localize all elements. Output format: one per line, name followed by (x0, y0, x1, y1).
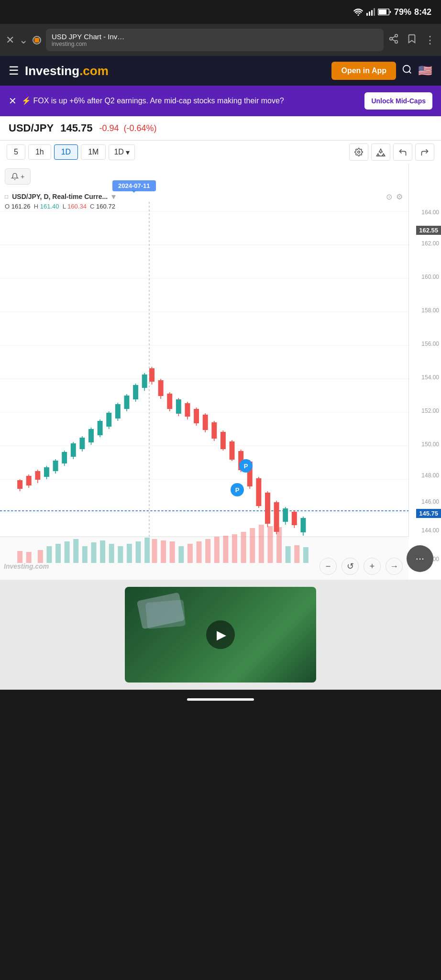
chart-info: □ USD/JPY, D, Real-time Curre... ▾ ⊙ ⚙ O… (5, 191, 403, 210)
svg-rect-60 (142, 374, 147, 388)
ohlc-open: 161.26 (11, 203, 31, 210)
svg-rect-0 (366, 13, 368, 16)
scale-164: 164.00 (421, 209, 439, 216)
search-icon[interactable] (402, 64, 412, 77)
svg-point-8 (395, 40, 398, 43)
scale-158: 158.00 (421, 307, 439, 314)
redo-icon-btn[interactable] (415, 143, 434, 161)
tab-info: USD JPY Chart - Inv… investing.com (52, 33, 378, 47)
banner-close-btn[interactable]: ✕ (9, 95, 17, 107)
signal-icon (366, 8, 375, 16)
svg-rect-88 (265, 493, 270, 524)
svg-rect-50 (98, 421, 103, 435)
scale-152: 152.00 (421, 407, 439, 414)
svg-rect-52 (106, 413, 111, 427)
chart-tooltip: 2024-07-11 (112, 180, 156, 191)
svg-rect-46 (79, 438, 85, 449)
svg-rect-2 (371, 10, 373, 16)
card-decoration-2 (145, 600, 186, 629)
bookmark-btn[interactable] (407, 33, 417, 47)
svg-line-10 (392, 36, 395, 38)
svg-rect-40 (53, 461, 58, 471)
ohlc-low: 160.34 (67, 203, 87, 210)
change-percent: (-0.64%) (124, 123, 157, 133)
svg-rect-62 (149, 368, 154, 382)
change-amount: -0.94 (99, 123, 119, 133)
svg-rect-70 (185, 403, 190, 417)
fab-button[interactable]: ··· (407, 545, 433, 572)
browser-tabs-btn[interactable]: ⌄ (19, 34, 28, 46)
reset-btn[interactable]: ↺ (342, 558, 359, 575)
unlock-button[interactable]: Unlock Mid-Caps (364, 92, 432, 110)
svg-rect-34 (26, 476, 32, 485)
svg-rect-86 (256, 478, 261, 506)
logo-text: Investing (25, 64, 79, 78)
chart-symbol: USD/JPY, D, Real-time Curre... (12, 193, 108, 200)
svg-rect-36 (35, 471, 40, 480)
svg-line-12 (409, 71, 411, 73)
pivot-p2[interactable]: P (231, 483, 244, 496)
current-price: 145.75 (60, 122, 92, 134)
address-bar[interactable]: USD JPY Chart - Inv… investing.com (46, 29, 384, 51)
browser-close-btn[interactable]: ✕ (6, 34, 14, 46)
pivot-p1[interactable]: P (239, 459, 253, 473)
svg-rect-68 (176, 399, 181, 414)
tab-url: investing.com (52, 41, 378, 47)
svg-rect-56 (124, 396, 129, 409)
svg-rect-3 (374, 8, 375, 16)
scale-146: 146.00 (421, 498, 439, 505)
open-app-button[interactable]: Open in App (331, 62, 396, 80)
svg-rect-38 (44, 467, 49, 477)
forward-btn[interactable]: → (386, 558, 403, 575)
bottom-nav-bar (0, 690, 441, 709)
svg-rect-92 (283, 508, 288, 522)
more-btn[interactable]: ⋮ (425, 34, 435, 46)
site-header: ☰ Investing.com Open in App 🇺🇸 (0, 56, 441, 86)
language-flag[interactable]: 🇺🇸 (418, 64, 432, 77)
chart-snapshot-icon[interactable]: ⊙ (386, 192, 392, 201)
timeframe-1d[interactable]: 1D (54, 144, 78, 160)
svg-rect-44 (71, 443, 76, 457)
timeframe-1m[interactable]: 1M (81, 144, 106, 160)
svg-rect-64 (158, 380, 164, 396)
video-play-button[interactable]: ▶ (206, 620, 235, 649)
scale-162: 162.00 (421, 240, 439, 247)
timeframe-5[interactable]: 5 (7, 144, 25, 160)
zoom-out-btn[interactable]: − (320, 558, 337, 575)
tooltip-date: 2024-07-11 (118, 182, 150, 189)
banner-text: ⚡ FOX is up +6% after Q2 earnings. Are m… (22, 96, 360, 106)
video-preview-section: ▶ (0, 580, 441, 690)
home-indicator (187, 698, 254, 701)
currency-pair: USD/JPY (9, 122, 54, 134)
tab-title: USD JPY Chart - Inv… (52, 33, 378, 41)
zoom-in-btn[interactable]: + (364, 558, 381, 575)
svg-rect-58 (133, 385, 138, 399)
timeframe-dropdown[interactable]: 1D ▾ (109, 144, 134, 160)
video-thumbnail: ▶ (125, 587, 316, 683)
candlestick-chart (0, 164, 408, 580)
undo-icon-btn[interactable] (393, 143, 412, 161)
ohlc-high: 161.40 (40, 203, 59, 210)
battery-percent: 79% (394, 7, 411, 17)
scale-icon-btn[interactable] (371, 143, 390, 161)
price-header: USD/JPY 145.75 -0.94 (-0.64%) (0, 116, 441, 140)
share-btn[interactable] (388, 33, 399, 47)
svg-rect-54 (115, 404, 121, 418)
hamburger-menu[interactable]: ☰ (9, 64, 19, 77)
scale-154: 154.00 (421, 374, 439, 381)
chart-settings-icon[interactable]: ⚙ (396, 192, 403, 201)
banner-message: FOX is up +6% after Q2 earnings. Are mid… (33, 97, 284, 105)
svg-rect-78 (220, 432, 226, 449)
minimize-icon[interactable]: □ (5, 193, 8, 200)
current-price-label: 145.75 (416, 509, 441, 518)
svg-rect-96 (300, 518, 306, 532)
chart-area[interactable]: + (0, 164, 441, 580)
timeframe-1h[interactable]: 1h (28, 144, 51, 160)
settings-icon-btn[interactable] (349, 143, 368, 161)
chart-title-row: □ USD/JPY, D, Real-time Curre... ▾ ⊙ ⚙ (5, 191, 403, 202)
svg-point-11 (403, 66, 410, 73)
status-bar: 79% 8:42 (0, 0, 441, 24)
svg-rect-42 (62, 452, 67, 463)
chart-dropdown-icon[interactable]: ▾ (111, 191, 116, 202)
alert-button[interactable]: + (5, 168, 31, 185)
